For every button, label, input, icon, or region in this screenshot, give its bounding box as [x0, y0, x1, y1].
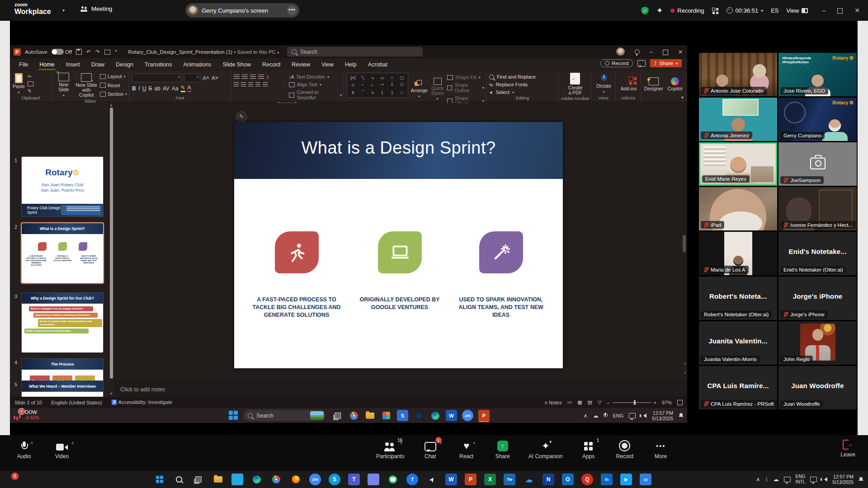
cut-icon[interactable]: ✂	[28, 74, 33, 80]
maximize-button[interactable]	[837, 8, 843, 14]
taskbar-app-icon[interactable]	[231, 474, 243, 485]
quick-styles-button[interactable]: QuickStyles ▾	[430, 73, 444, 106]
text-direction-button[interactable]: ↕AText Direction▾	[289, 74, 342, 80]
proofing-language[interactable]: English (United States)	[51, 400, 102, 405]
thumbnail-slide-2-selected[interactable]: What is a Design Sprint? A FAST-PACED PR…	[22, 223, 103, 283]
more-options-icon[interactable]: •••	[287, 5, 297, 15]
taskbar-app-icon[interactable]: W	[446, 410, 457, 421]
onedrive-cloud-icon[interactable]: ☁	[774, 476, 779, 483]
taskbar-app-icon[interactable]: N	[542, 474, 554, 485]
user-avatar[interactable]	[616, 47, 625, 56]
taskbar-app-icon[interactable]: zm	[309, 474, 321, 485]
slide-sorter-icon[interactable]: ▦	[577, 399, 582, 405]
taskbar-app-icon[interactable]: O	[562, 474, 574, 485]
taskbar-app-icon[interactable]: P	[478, 410, 490, 421]
line-spacing-button[interactable]: ↕	[266, 74, 269, 80]
ppt-close-button[interactable]: ✕	[678, 49, 683, 55]
language-indicator[interactable]: ES	[771, 7, 778, 14]
chevron-up-icon[interactable]: ∧	[71, 441, 74, 445]
font-name-input[interactable]	[132, 74, 182, 82]
chevron-up-icon[interactable]: ∧	[473, 441, 476, 445]
taskbar-app-icon[interactable]: zm	[462, 410, 473, 421]
ribbon-tab[interactable]: Home	[38, 59, 55, 70]
ink-pen-button[interactable]: ✎	[236, 111, 247, 123]
taskbar-app-icon[interactable]: S	[397, 410, 408, 421]
notes-pane[interactable]: Click to add notes	[114, 382, 687, 397]
next-slide-icon[interactable]: ˅	[684, 371, 686, 375]
font-size-input[interactable]	[184, 74, 200, 82]
ppt-record-button[interactable]: Record	[600, 59, 633, 67]
taskbar-app-icon[interactable]: ▶	[620, 474, 632, 485]
convert-smartart-button[interactable]: Convert to SmartArt▾	[289, 89, 342, 100]
current-slide[interactable]: What is a Design Sprint?	[234, 122, 563, 368]
document-title[interactable]: Rotary_Club_Design_Sprint_Presentation (…	[128, 49, 279, 55]
display-icon[interactable]	[784, 477, 791, 482]
ribbon-tab[interactable]: Insert	[65, 59, 81, 70]
accessibility-status[interactable]: ♿ Accessibility: Investigate	[111, 399, 172, 405]
layout-button[interactable]: Layout▾	[100, 74, 127, 79]
toolbar-button[interactable]: ∧ AI Companion	[528, 440, 563, 460]
chevron-up-icon[interactable]: ∧	[30, 441, 33, 445]
close-button[interactable]: ✕	[854, 7, 860, 14]
undo-icon[interactable]: ↶	[86, 49, 91, 55]
fit-to-window-icon[interactable]	[677, 400, 683, 405]
lightbulb-icon[interactable]	[635, 49, 640, 54]
participant-tile[interactable]: Rotary Gerry Cumpiano	[778, 98, 857, 141]
notifications-icon[interactable]	[679, 413, 684, 418]
taskbar-app-icon[interactable]	[364, 410, 376, 421]
columns-button[interactable]	[263, 82, 268, 87]
ppt-share-button[interactable]: ⤴Share▾	[650, 59, 682, 67]
reset-button[interactable]: Reset	[100, 83, 127, 88]
ai-sparkle-icon[interactable]: ✦	[656, 6, 663, 15]
strikethrough-button[interactable]: S	[148, 85, 152, 92]
toolbar-button[interactable]: ∧ More	[651, 440, 671, 460]
toolbar-button[interactable]: ∧ Share	[492, 440, 513, 460]
tray-expand-icon[interactable]: ∧	[756, 476, 760, 483]
stock-widget[interactable]: 6 DOW -0.43%	[14, 409, 39, 420]
participant-tile[interactable]: Antonio Jose Colorado	[699, 53, 777, 96]
qat-more-icon[interactable]: ▾	[115, 49, 117, 55]
speaker-icon[interactable]	[822, 477, 827, 482]
new-slide-copilot-button[interactable]: New Slidewith Copilot	[75, 73, 97, 98]
tray-expand-icon[interactable]: ∧	[584, 413, 588, 419]
recording-indicator[interactable]: Recording	[670, 7, 704, 14]
view-control[interactable]: View	[787, 7, 808, 14]
participant-tile[interactable]: Antonia Jimenez	[699, 98, 777, 141]
find-replace-button[interactable]: Find and Replace	[489, 74, 536, 80]
notification-count-badge[interactable]: 6	[11, 472, 19, 480]
participant-tile[interactable]: Enid Marie Reyes	[699, 142, 777, 186]
ribbon-tab[interactable]: Slide Show	[222, 59, 252, 70]
ribbon-tab[interactable]: Draw	[90, 59, 105, 70]
shape-fill-button[interactable]: Shape Fill▾	[447, 75, 484, 80]
ribbon-tab[interactable]: Design	[115, 59, 134, 70]
copilot-button[interactable]: Copilot	[668, 73, 683, 95]
thumb-scroll-down-icon[interactable]: ▼	[109, 392, 113, 396]
participant-tile[interactable]: #RotaryResponds#PeopleofAction Rotary Jo…	[778, 53, 857, 96]
start-button[interactable]	[229, 411, 238, 420]
decrease-indent-button[interactable]	[250, 75, 256, 79]
ribbon-tab[interactable]: Animations	[183, 59, 212, 70]
underline-button[interactable]: U	[142, 85, 146, 92]
taskbar-app-icon[interactable]: Q	[581, 474, 593, 485]
taskbar-app-icon[interactable]	[193, 474, 204, 485]
gallery-grid-icon[interactable]	[712, 8, 718, 14]
section-button[interactable]: Section▾	[100, 91, 127, 97]
toolbar-button[interactable]: ∧ 16 Participants	[376, 440, 405, 460]
thumbnail-slide-1[interactable]: Rotary⚙ San Juan Rotary ClubSan Juan, Pu…	[22, 157, 103, 216]
reading-view-icon[interactable]: ▤	[588, 399, 592, 405]
taskbar-app-icon[interactable]	[368, 474, 379, 485]
taskbar-app-icon[interactable]: X	[484, 474, 496, 485]
copy-icon[interactable]	[28, 81, 33, 86]
onedrive-cloud-icon[interactable]: ☁	[593, 413, 598, 419]
powerpoint-icon[interactable]: P	[14, 48, 21, 56]
char-spacing-button[interactable]: AV	[163, 85, 170, 92]
input-language[interactable]: ENG	[613, 413, 623, 418]
taskbar-app-icon[interactable]: f	[406, 474, 418, 485]
ribbon-tab[interactable]: Acrobat	[367, 59, 388, 70]
designer-button[interactable]: Designer	[644, 73, 663, 95]
comments-icon[interactable]	[637, 60, 646, 67]
align-left-button[interactable]	[234, 82, 239, 87]
ribbon-tab[interactable]: File	[18, 59, 29, 70]
taskbar-app-icon[interactable]	[426, 474, 438, 485]
participant-tile[interactable]: Robert's Noteta... Robert's Notetaker (O…	[699, 277, 777, 320]
